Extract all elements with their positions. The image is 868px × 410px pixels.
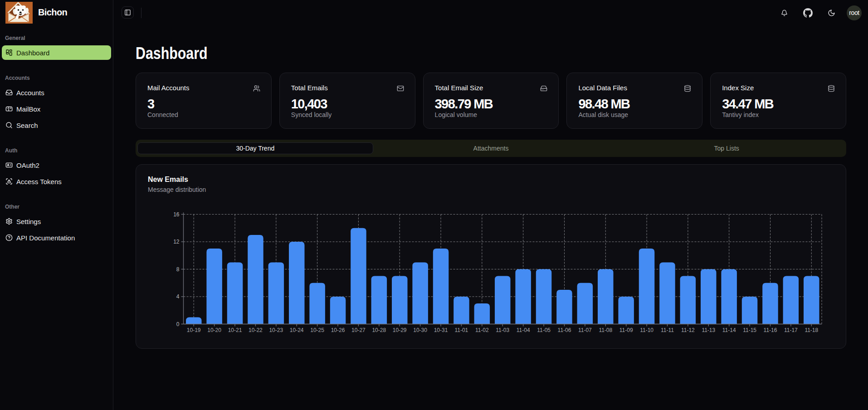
svg-text:10-28: 10-28 (372, 327, 386, 333)
svg-text:10-22: 10-22 (249, 327, 263, 333)
svg-text:11-03: 11-03 (496, 327, 509, 333)
svg-text:11-05: 11-05 (537, 327, 551, 333)
svg-text:11-15: 11-15 (743, 327, 756, 333)
svg-text:10-31: 10-31 (434, 327, 448, 333)
svg-text:11-13: 11-13 (702, 327, 715, 333)
svg-text:10-25: 10-25 (310, 327, 324, 333)
svg-text:11-11: 11-11 (661, 327, 674, 333)
svg-text:11-02: 11-02 (475, 327, 489, 333)
svg-text:11-07: 11-07 (578, 327, 592, 333)
svg-text:11-18: 11-18 (805, 327, 818, 333)
svg-text:10-19: 10-19 (187, 327, 201, 333)
svg-text:11-16: 11-16 (764, 327, 777, 333)
svg-text:11-09: 11-09 (619, 327, 633, 333)
svg-text:10-27: 10-27 (351, 327, 366, 333)
svg-text:11-06: 11-06 (558, 327, 571, 333)
svg-text:8: 8 (176, 266, 180, 273)
svg-text:11-01: 11-01 (454, 327, 468, 333)
svg-text:16: 16 (173, 211, 180, 218)
svg-text:10-30: 10-30 (413, 327, 427, 333)
svg-text:11-12: 11-12 (681, 327, 695, 333)
svg-text:10-26: 10-26 (331, 327, 345, 333)
svg-text:11-17: 11-17 (784, 327, 798, 333)
svg-text:10-24: 10-24 (290, 327, 304, 333)
svg-text:11-04: 11-04 (517, 327, 530, 333)
svg-text:11-14: 11-14 (722, 327, 736, 333)
svg-text:0: 0 (176, 321, 180, 327)
svg-text:10-20: 10-20 (207, 327, 221, 333)
svg-text:11-10: 11-10 (640, 327, 653, 333)
svg-text:4: 4 (176, 293, 180, 300)
svg-text:10-21: 10-21 (228, 327, 242, 333)
svg-text:11-08: 11-08 (599, 327, 612, 333)
svg-text:12: 12 (173, 239, 180, 245)
svg-text:10-23: 10-23 (269, 327, 283, 333)
svg-text:10-29: 10-29 (393, 327, 407, 333)
